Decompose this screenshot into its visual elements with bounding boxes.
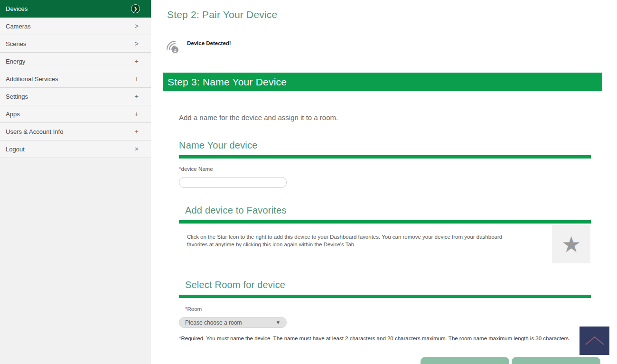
close-icon: × — [135, 146, 139, 152]
room-dropdown-value: Please choose a room — [185, 319, 276, 326]
name-section-heading: Name Your device — [179, 140, 258, 151]
plus-icon: + — [135, 111, 139, 117]
room-section-heading: Select Room for device — [185, 280, 285, 290]
chevron-down-icon: ▼ — [276, 320, 280, 325]
sidebar-item-additional-services[interactable]: Additional Services + — [0, 70, 151, 88]
main-content: Step 2: Pair Your Device Z Device Detect… — [151, 0, 617, 364]
sidebar-item-label: Scenes — [6, 40, 135, 47]
zwave-signal-icon: Z — [165, 39, 180, 55]
app-window: Devices ❯ Cameras > Scenes > Energy + Ad… — [0, 0, 617, 364]
sidebar-item-label: Cameras — [6, 23, 135, 30]
plus-icon: + — [135, 128, 139, 135]
plus-icon: + — [135, 75, 139, 82]
sidebar-item-label: Users & Account Info — [6, 128, 135, 135]
chevron-right-circle-icon: ❯ — [131, 4, 140, 13]
scroll-to-top-button[interactable] — [580, 327, 609, 355]
sidebar-item-label: Devices — [6, 5, 131, 12]
sidebar-item-label: Additional Services — [6, 75, 135, 83]
chevron-right-icon: > — [135, 23, 139, 29]
device-name-input[interactable] — [179, 177, 287, 188]
sidebar-item-label: Apps — [6, 111, 135, 118]
step3-intro-text: Add a name for the device and assign it … — [179, 113, 338, 121]
sidebar-item-apps[interactable]: Apps + — [0, 105, 151, 123]
step3-header: Step 3: Name Your Device — [163, 73, 602, 91]
sidebar: Devices ❯ Cameras > Scenes > Energy + Ad… — [0, 0, 151, 364]
plus-icon: + — [135, 58, 139, 65]
bottom-right-button[interactable] — [512, 357, 600, 364]
sidebar-item-users-account-info[interactable]: Users & Account Info + — [0, 123, 151, 140]
step2-divider — [163, 24, 617, 24]
room-dropdown[interactable]: Please choose a room ▼ — [179, 317, 287, 328]
sidebar-item-label: Energy — [6, 58, 135, 65]
top-divider — [163, 4, 617, 4]
device-detected-status: Device Detected! — [187, 40, 231, 46]
sidebar-item-settings[interactable]: Settings + — [0, 88, 151, 105]
star-icon: ★ — [561, 233, 581, 255]
sidebar-item-devices[interactable]: Devices ❯ — [0, 0, 151, 18]
bottom-left-button[interactable] — [421, 357, 509, 364]
plus-icon: + — [135, 93, 139, 100]
step2-title: Step 2: Pair Your Device — [167, 9, 277, 20]
chevron-right-icon: > — [135, 40, 139, 47]
name-section-underline — [179, 155, 591, 159]
room-label: *Room — [185, 306, 202, 312]
sidebar-item-label: Logout — [6, 146, 135, 153]
sidebar-item-energy[interactable]: Energy + — [0, 53, 151, 70]
favorite-star-button[interactable]: ★ — [552, 225, 590, 263]
sidebar-item-cameras[interactable]: Cameras > — [0, 18, 151, 35]
device-name-label: *device Name — [179, 166, 213, 172]
favorites-description: Click on the Star Icon to the right to a… — [187, 233, 504, 248]
favorites-section-underline — [179, 220, 591, 224]
zwave-letter: Z — [174, 48, 177, 53]
room-section-underline — [179, 295, 591, 298]
required-note: *Required. You must name the device. The… — [179, 336, 570, 341]
sidebar-item-scenes[interactable]: Scenes > — [0, 35, 151, 53]
chevron-up-icon — [584, 334, 606, 347]
favorites-section-heading: Add device to Favorites — [185, 205, 287, 216]
sidebar-item-label: Settings — [6, 93, 135, 100]
sidebar-item-logout[interactable]: Logout × — [0, 140, 151, 158]
